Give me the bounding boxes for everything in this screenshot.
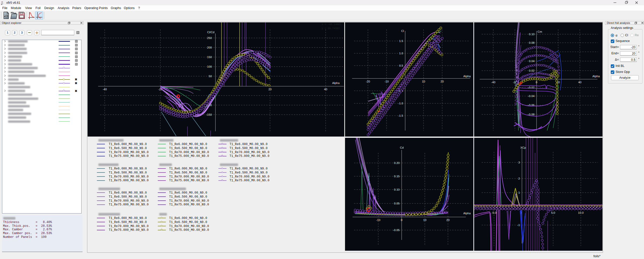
svg-text:0.08: 0.08 [529, 41, 535, 44]
svg-text:-1.0: -1.0 [398, 102, 403, 105]
svg-text:10.0: 10.0 [578, 211, 584, 214]
svg-text:-150: -150 [206, 113, 212, 116]
svg-text:Cd: Cd [400, 146, 404, 149]
svg-text:5.0: 5.0 [551, 211, 555, 214]
svg-text:0: 0 [536, 81, 537, 84]
svg-text:Cl/Cd: Cl/Cd [207, 31, 214, 34]
svg-text:0.5: 0.5 [399, 64, 403, 67]
svg-text:Cl: Cl [401, 29, 404, 32]
svg-text:0.10: 0.10 [529, 33, 535, 36]
svg-text:0.04: 0.04 [529, 60, 535, 63]
svg-text:250: 250 [207, 36, 212, 39]
svg-text:-0.05: -0.05 [393, 229, 400, 232]
svg-text:20: 20 [269, 88, 272, 91]
svg-text:100: 100 [207, 65, 212, 68]
svg-text:-0.04: -0.04 [528, 95, 535, 98]
svg-text:1: 1 [518, 191, 520, 194]
svg-text:1.0: 1.0 [399, 52, 403, 55]
svg-text:0: 0 [401, 219, 402, 222]
svg-text:200: 200 [207, 46, 212, 49]
svg-text:XCp: XCp [520, 146, 526, 149]
svg-text:3: 3 [518, 161, 520, 164]
svg-text:Alpha: Alpha [592, 75, 600, 78]
svg-text:x = -45.14061: x = -45.14061 [322, 23, 341, 26]
svg-text:Cm: Cm [538, 30, 542, 33]
svg-text:0.02: 0.02 [529, 69, 535, 72]
svg-text:-1: -1 [517, 224, 520, 227]
svg-text:-10: -10 [376, 219, 381, 222]
svg-text:0.15: 0.15 [394, 175, 400, 178]
svg-text:-20: -20 [366, 80, 370, 83]
svg-text:40: 40 [578, 81, 582, 84]
svg-text:10: 10 [422, 80, 425, 83]
svg-text:-10: -10 [385, 80, 389, 83]
svg-text:20: 20 [446, 219, 450, 222]
svg-text:-1.5: -1.5 [398, 114, 403, 117]
svg-text:Alpha: Alpha [332, 81, 340, 84]
svg-text:0.05: 0.05 [394, 202, 400, 205]
svg-text:10: 10 [423, 219, 427, 222]
svg-text:-40: -40 [103, 88, 107, 91]
svg-text:-5.0: -5.0 [491, 211, 497, 214]
svg-text:y = 29.74382: y = 29.74382 [322, 27, 340, 30]
svg-text:Alpha: Alpha [463, 212, 471, 215]
svg-text:1.5: 1.5 [399, 39, 403, 42]
svg-text:40: 40 [324, 88, 327, 91]
svg-text:Alpha: Alpha [463, 75, 471, 78]
svg-text:0.20: 0.20 [394, 161, 400, 164]
svg-text:50: 50 [209, 75, 212, 78]
svg-text:-20: -20 [158, 88, 163, 91]
svg-text:-40: -40 [491, 81, 496, 84]
svg-text:150: 150 [207, 56, 212, 59]
svg-text:2: 2 [518, 177, 520, 180]
svg-text:0.10: 0.10 [394, 188, 400, 191]
svg-text:20: 20 [441, 80, 444, 83]
